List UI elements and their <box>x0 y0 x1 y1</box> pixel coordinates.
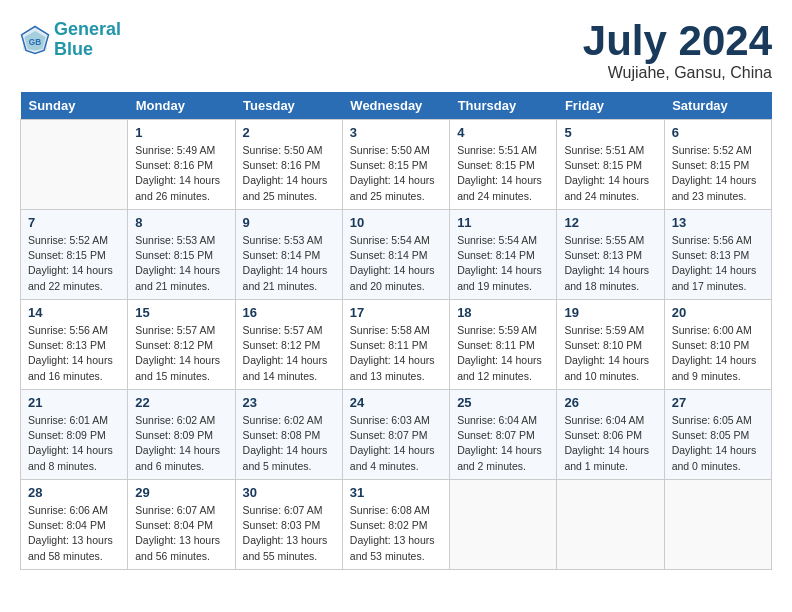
day-info: Sunrise: 5:53 AMSunset: 8:15 PMDaylight:… <box>135 233 227 294</box>
week-row-1: 1Sunrise: 5:49 AMSunset: 8:16 PMDaylight… <box>21 120 772 210</box>
day-number: 7 <box>28 215 120 230</box>
weekday-header-monday: Monday <box>128 92 235 120</box>
day-info: Sunrise: 6:08 AMSunset: 8:02 PMDaylight:… <box>350 503 442 564</box>
weekday-header-thursday: Thursday <box>450 92 557 120</box>
day-info: Sunrise: 5:49 AMSunset: 8:16 PMDaylight:… <box>135 143 227 204</box>
calendar-cell: 17Sunrise: 5:58 AMSunset: 8:11 PMDayligh… <box>342 300 449 390</box>
day-number: 24 <box>350 395 442 410</box>
logo-icon: GB <box>20 25 50 55</box>
calendar-cell: 12Sunrise: 5:55 AMSunset: 8:13 PMDayligh… <box>557 210 664 300</box>
calendar-cell: 6Sunrise: 5:52 AMSunset: 8:15 PMDaylight… <box>664 120 771 210</box>
calendar-cell: 18Sunrise: 5:59 AMSunset: 8:11 PMDayligh… <box>450 300 557 390</box>
calendar-cell: 19Sunrise: 5:59 AMSunset: 8:10 PMDayligh… <box>557 300 664 390</box>
day-info: Sunrise: 6:07 AMSunset: 8:03 PMDaylight:… <box>243 503 335 564</box>
location: Wujiahe, Gansu, China <box>583 64 772 82</box>
week-row-5: 28Sunrise: 6:06 AMSunset: 8:04 PMDayligh… <box>21 480 772 570</box>
calendar-cell: 24Sunrise: 6:03 AMSunset: 8:07 PMDayligh… <box>342 390 449 480</box>
day-info: Sunrise: 5:54 AMSunset: 8:14 PMDaylight:… <box>457 233 549 294</box>
day-info: Sunrise: 6:00 AMSunset: 8:10 PMDaylight:… <box>672 323 764 384</box>
day-number: 14 <box>28 305 120 320</box>
calendar-cell <box>21 120 128 210</box>
day-info: Sunrise: 6:04 AMSunset: 8:07 PMDaylight:… <box>457 413 549 474</box>
day-number: 12 <box>564 215 656 230</box>
logo-line2: Blue <box>54 39 93 59</box>
calendar-cell: 30Sunrise: 6:07 AMSunset: 8:03 PMDayligh… <box>235 480 342 570</box>
svg-text:GB: GB <box>29 37 41 46</box>
day-number: 25 <box>457 395 549 410</box>
day-number: 21 <box>28 395 120 410</box>
weekday-header-saturday: Saturday <box>664 92 771 120</box>
calendar-cell: 26Sunrise: 6:04 AMSunset: 8:06 PMDayligh… <box>557 390 664 480</box>
logo: GB General Blue <box>20 20 121 60</box>
calendar-cell: 5Sunrise: 5:51 AMSunset: 8:15 PMDaylight… <box>557 120 664 210</box>
day-number: 31 <box>350 485 442 500</box>
page-header: GB General Blue July 2024 Wujiahe, Gansu… <box>20 20 772 82</box>
day-info: Sunrise: 5:53 AMSunset: 8:14 PMDaylight:… <box>243 233 335 294</box>
day-number: 19 <box>564 305 656 320</box>
day-number: 6 <box>672 125 764 140</box>
day-number: 20 <box>672 305 764 320</box>
day-info: Sunrise: 5:57 AMSunset: 8:12 PMDaylight:… <box>135 323 227 384</box>
day-number: 3 <box>350 125 442 140</box>
day-info: Sunrise: 5:57 AMSunset: 8:12 PMDaylight:… <box>243 323 335 384</box>
day-number: 13 <box>672 215 764 230</box>
calendar-cell: 14Sunrise: 5:56 AMSunset: 8:13 PMDayligh… <box>21 300 128 390</box>
weekday-header-tuesday: Tuesday <box>235 92 342 120</box>
calendar-cell: 25Sunrise: 6:04 AMSunset: 8:07 PMDayligh… <box>450 390 557 480</box>
day-number: 23 <box>243 395 335 410</box>
week-row-3: 14Sunrise: 5:56 AMSunset: 8:13 PMDayligh… <box>21 300 772 390</box>
day-info: Sunrise: 6:03 AMSunset: 8:07 PMDaylight:… <box>350 413 442 474</box>
calendar-cell: 23Sunrise: 6:02 AMSunset: 8:08 PMDayligh… <box>235 390 342 480</box>
day-info: Sunrise: 6:07 AMSunset: 8:04 PMDaylight:… <box>135 503 227 564</box>
day-number: 15 <box>135 305 227 320</box>
day-number: 10 <box>350 215 442 230</box>
calendar-cell: 27Sunrise: 6:05 AMSunset: 8:05 PMDayligh… <box>664 390 771 480</box>
week-row-2: 7Sunrise: 5:52 AMSunset: 8:15 PMDaylight… <box>21 210 772 300</box>
calendar-cell: 8Sunrise: 5:53 AMSunset: 8:15 PMDaylight… <box>128 210 235 300</box>
logo-text: General Blue <box>54 20 121 60</box>
calendar-cell: 22Sunrise: 6:02 AMSunset: 8:09 PMDayligh… <box>128 390 235 480</box>
day-info: Sunrise: 5:51 AMSunset: 8:15 PMDaylight:… <box>564 143 656 204</box>
day-info: Sunrise: 5:50 AMSunset: 8:15 PMDaylight:… <box>350 143 442 204</box>
day-info: Sunrise: 6:01 AMSunset: 8:09 PMDaylight:… <box>28 413 120 474</box>
day-number: 18 <box>457 305 549 320</box>
day-info: Sunrise: 6:02 AMSunset: 8:08 PMDaylight:… <box>243 413 335 474</box>
weekday-header-friday: Friday <box>557 92 664 120</box>
day-info: Sunrise: 5:52 AMSunset: 8:15 PMDaylight:… <box>672 143 764 204</box>
day-number: 1 <box>135 125 227 140</box>
day-number: 22 <box>135 395 227 410</box>
calendar-cell: 9Sunrise: 5:53 AMSunset: 8:14 PMDaylight… <box>235 210 342 300</box>
calendar-cell: 13Sunrise: 5:56 AMSunset: 8:13 PMDayligh… <box>664 210 771 300</box>
day-number: 26 <box>564 395 656 410</box>
day-info: Sunrise: 6:02 AMSunset: 8:09 PMDaylight:… <box>135 413 227 474</box>
calendar-cell: 2Sunrise: 5:50 AMSunset: 8:16 PMDaylight… <box>235 120 342 210</box>
day-number: 5 <box>564 125 656 140</box>
weekday-header-sunday: Sunday <box>21 92 128 120</box>
calendar-table: SundayMondayTuesdayWednesdayThursdayFrid… <box>20 92 772 570</box>
calendar-cell: 7Sunrise: 5:52 AMSunset: 8:15 PMDaylight… <box>21 210 128 300</box>
calendar-cell: 28Sunrise: 6:06 AMSunset: 8:04 PMDayligh… <box>21 480 128 570</box>
day-number: 16 <box>243 305 335 320</box>
day-number: 30 <box>243 485 335 500</box>
day-info: Sunrise: 5:56 AMSunset: 8:13 PMDaylight:… <box>28 323 120 384</box>
day-info: Sunrise: 5:50 AMSunset: 8:16 PMDaylight:… <box>243 143 335 204</box>
day-info: Sunrise: 6:04 AMSunset: 8:06 PMDaylight:… <box>564 413 656 474</box>
day-number: 28 <box>28 485 120 500</box>
calendar-cell <box>664 480 771 570</box>
weekday-header-row: SundayMondayTuesdayWednesdayThursdayFrid… <box>21 92 772 120</box>
calendar-cell: 11Sunrise: 5:54 AMSunset: 8:14 PMDayligh… <box>450 210 557 300</box>
weekday-header-wednesday: Wednesday <box>342 92 449 120</box>
day-info: Sunrise: 6:06 AMSunset: 8:04 PMDaylight:… <box>28 503 120 564</box>
day-number: 17 <box>350 305 442 320</box>
logo-line1: General <box>54 19 121 39</box>
day-info: Sunrise: 5:51 AMSunset: 8:15 PMDaylight:… <box>457 143 549 204</box>
day-number: 8 <box>135 215 227 230</box>
month-title: July 2024 <box>583 20 772 62</box>
calendar-cell: 29Sunrise: 6:07 AMSunset: 8:04 PMDayligh… <box>128 480 235 570</box>
calendar-cell <box>450 480 557 570</box>
week-row-4: 21Sunrise: 6:01 AMSunset: 8:09 PMDayligh… <box>21 390 772 480</box>
day-info: Sunrise: 5:59 AMSunset: 8:11 PMDaylight:… <box>457 323 549 384</box>
day-info: Sunrise: 5:52 AMSunset: 8:15 PMDaylight:… <box>28 233 120 294</box>
calendar-cell: 3Sunrise: 5:50 AMSunset: 8:15 PMDaylight… <box>342 120 449 210</box>
day-number: 11 <box>457 215 549 230</box>
